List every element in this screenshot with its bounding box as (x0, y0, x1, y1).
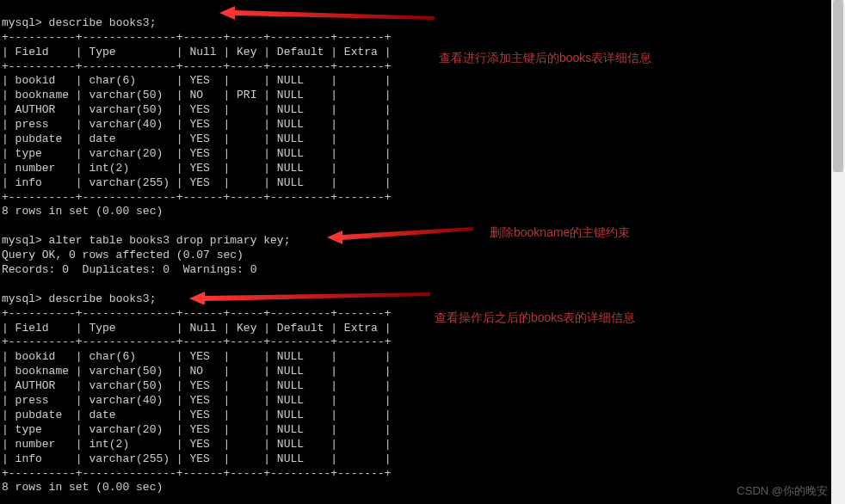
table-row: | press | varchar(40) | YES | | NULL | | (2, 394, 391, 407)
annotation-text: 删除bookname的主键约束 (490, 224, 630, 240)
table-border: +----------+--------------+------+-----+… (2, 307, 391, 320)
table-row: | info | varchar(255) | YES | | NULL | | (2, 452, 391, 465)
table-row: | number | int(2) | YES | | NULL | | (2, 438, 391, 451)
table-header: | Field | Type | Null | Key | Default | … (2, 46, 391, 58)
table-row: | number | int(2) | YES | | NULL | | (2, 162, 391, 175)
watermark-text: CSDN @你的晚安 (737, 484, 828, 499)
mysql-prompt: mysql> (2, 292, 42, 305)
terminal-output: mysql> describe books3; +----------+----… (2, 2, 845, 504)
result-text: Records: 0 Duplicates: 0 Warnings: 0 (2, 263, 256, 276)
scrollbar-thumb[interactable] (833, 0, 843, 172)
table-border: +----------+--------------+------+-----+… (2, 31, 391, 44)
result-text: 8 rows in set (0.00 sec) (2, 481, 163, 494)
sql-command: describe books3; (42, 292, 157, 305)
table-row: | bookid | char(6) | YES | | NULL | | (2, 74, 391, 87)
table-row: | type | varchar(20) | YES | | NULL | | (2, 423, 391, 436)
scrollbar-track[interactable] (831, 0, 845, 504)
result-text: 8 rows in set (0.00 sec) (2, 205, 163, 218)
table-row: | type | varchar(20) | YES | | NULL | | (2, 147, 391, 160)
table-row: | press | varchar(40) | YES | | NULL | | (2, 118, 391, 131)
table-border: +----------+--------------+------+-----+… (2, 191, 391, 204)
annotation-text: 查看操作后之后的books表的详细信息 (435, 310, 635, 325)
table-row: | pubdate | date | YES | | NULL | | (2, 132, 391, 145)
table-row: | bookname | varchar(50) | NO | | NULL |… (2, 365, 391, 378)
result-text: Query OK, 0 rows affected (0.07 sec) (2, 249, 244, 261)
table-row: | info | varchar(255) | YES | | NULL | | (2, 176, 391, 189)
mysql-prompt: mysql> (2, 234, 42, 247)
table-row: | AUTHOR | varchar(50) | YES | | NULL | … (2, 103, 391, 116)
annotation-text: 查看进行添加主键后的books表详细信息 (439, 50, 651, 65)
table-row: | bookid | char(6) | YES | | NULL | | (2, 350, 391, 363)
table-border: +----------+--------------+------+-----+… (2, 335, 391, 348)
table-row: | pubdate | date | YES | | NULL | | (2, 409, 391, 421)
table-header: | Field | Type | Null | Key | Default | … (2, 322, 391, 335)
table-row: | bookname | varchar(50) | NO | PRI | NU… (2, 89, 391, 101)
mysql-prompt: mysql> (2, 16, 42, 29)
sql-command: alter table books3 drop primary key; (42, 234, 291, 247)
table-border: +----------+--------------+------+-----+… (2, 60, 391, 73)
table-border: +----------+--------------+------+-----+… (2, 467, 391, 480)
sql-command: describe books3; (42, 16, 157, 29)
table-row: | AUTHOR | varchar(50) | YES | | NULL | … (2, 379, 391, 392)
